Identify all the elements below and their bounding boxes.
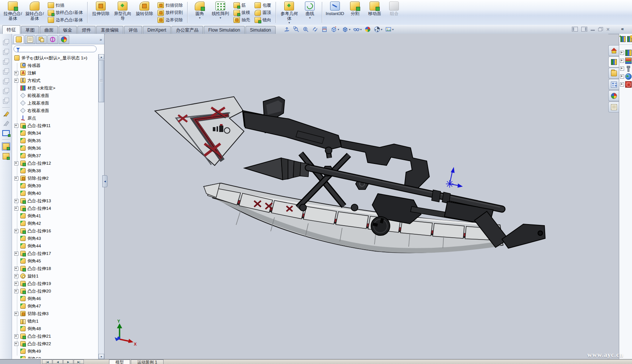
expand-toggle[interactable]	[14, 229, 18, 233]
expand-toggle[interactable]	[14, 252, 18, 256]
tree-item[interactable]: 前视基准面	[13, 92, 98, 99]
tree-item[interactable]: 倒角40	[13, 190, 98, 197]
dropdown-caret[interactable]: ▾	[381, 28, 382, 31]
display-style-icon[interactable]: ▾	[341, 26, 351, 33]
revolved-cut-button[interactable]: 旋转切除	[133, 1, 155, 24]
combine-button[interactable]: 组合	[384, 1, 404, 24]
expand-toggle[interactable]	[14, 124, 18, 128]
view-cube-icon[interactable]	[3, 78, 9, 85]
move-face-button[interactable]: 移动面	[365, 1, 384, 24]
view-cube-icon[interactable]	[3, 49, 9, 55]
view-cube-icon[interactable]	[3, 98, 9, 104]
dome-button[interactable]: 圆顶	[253, 9, 273, 16]
expand-toggle[interactable]	[14, 342, 18, 346]
motion-nav-button[interactable]: |◀	[42, 359, 52, 364]
tree-item[interactable]: 倒角50	[13, 355, 98, 358]
bottom-tab[interactable]: 模型	[109, 359, 130, 364]
library-tree-item[interactable]	[620, 49, 632, 57]
tree-item[interactable]: 倒角42	[13, 220, 98, 227]
graphics-viewport[interactable]: Y X	[105, 34, 608, 359]
command-tab[interactable]: 办公室产品	[171, 26, 203, 34]
instant3d-handles-icon[interactable]	[2, 130, 10, 136]
restore-button[interactable]	[598, 27, 603, 31]
tree-item[interactable]: 凸台-拉伸13	[13, 197, 98, 205]
command-tab[interactable]: 曲面	[40, 26, 58, 34]
expand-toggle[interactable]	[14, 206, 18, 211]
tree-item[interactable]: 倒角39	[13, 182, 98, 190]
scroll-up-arrow[interactable]: ▲	[99, 54, 104, 59]
tree-item[interactable]: 倒角47	[13, 302, 98, 310]
featuremanager-design-tree-tab[interactable]	[14, 35, 24, 44]
tree-item[interactable]: 倒角45	[13, 257, 98, 265]
zoom-in-out-icon[interactable]	[302, 26, 310, 33]
view-cube-icon[interactable]	[3, 68, 9, 75]
zoom-to-area-icon[interactable]	[292, 26, 300, 33]
file-explorer-tab[interactable]	[608, 68, 619, 79]
command-tab[interactable]: Simulation	[246, 26, 276, 34]
motion-nav-button[interactable]: ◀	[53, 359, 63, 364]
expand-toggle[interactable]	[14, 289, 18, 293]
tree-item[interactable]: 倒角48	[13, 325, 98, 332]
panel-overflow-button[interactable]: »	[100, 37, 103, 42]
tree-scrollbar[interactable]: ▲ ▼	[98, 54, 104, 359]
design-library-tab[interactable]	[608, 56, 619, 67]
scrollbar-thumb[interactable]	[99, 60, 104, 102]
lofted-cut-button[interactable]: 放样切割	[156, 9, 184, 16]
edit-appearance-icon[interactable]	[364, 26, 372, 33]
displaymanager-tab[interactable]	[59, 35, 69, 44]
tree-item[interactable]: 注解	[13, 69, 98, 77]
dropdown-caret[interactable]: ▾	[392, 28, 394, 31]
expand-toggle[interactable]	[14, 176, 18, 180]
tree-item[interactable]: 凸台-拉伸22	[13, 340, 98, 347]
command-tab[interactable]: 直接编辑	[96, 26, 123, 34]
dropdown-caret[interactable]: ▾	[360, 28, 362, 31]
command-tab[interactable]: 特征	[2, 25, 20, 34]
tree-item[interactable]: 凸台-拉伸18	[13, 265, 98, 272]
rotate-view-icon[interactable]	[311, 26, 319, 33]
panel-collapse-chevron[interactable]: ◄	[102, 175, 108, 187]
tree-item[interactable]: 传感器	[13, 62, 98, 69]
curves-dropdown-caret[interactable]: ▾	[309, 17, 311, 19]
boss-extrude-tool-icon[interactable]	[3, 143, 9, 150]
close-button[interactable]: ×	[606, 27, 609, 32]
tree-item[interactable]: 凸台-拉伸12	[13, 159, 98, 167]
rib-button[interactable]: 筋	[232, 2, 252, 9]
tree-item[interactable]: 凸台-拉伸20	[13, 287, 98, 295]
expand-toggle[interactable]	[620, 74, 624, 79]
dimxpertmanager-tab[interactable]	[47, 35, 58, 44]
tree-item[interactable]: 倒角35	[13, 137, 98, 144]
solidworks-resources-tab[interactable]	[608, 45, 619, 56]
tree-filter-input[interactable]	[14, 46, 97, 52]
expand-toggle[interactable]	[14, 71, 18, 75]
view-palette-tab[interactable]	[608, 79, 619, 90]
tree-item[interactable]: 旋转1	[13, 272, 98, 280]
linear-pattern-button[interactable]: 线性阵列 ▾	[209, 1, 231, 24]
curves-button[interactable]: 曲线 ▾	[300, 1, 320, 24]
library-tree-item[interactable]	[620, 65, 632, 73]
collapse-pane-right-button[interactable]	[581, 27, 587, 32]
command-tab[interactable]: 评估	[124, 26, 142, 34]
configurationmanager-tab[interactable]	[36, 35, 47, 44]
library-tree-item[interactable]	[620, 80, 632, 88]
draft-button[interactable]: 拔模	[232, 9, 252, 16]
collapse-pane-left-button[interactable]	[572, 27, 578, 32]
command-tab[interactable]: 草图	[21, 26, 39, 34]
swept-cut-button[interactable]: 扫描切除	[156, 2, 184, 9]
tree-item[interactable]: 倒角43	[13, 235, 98, 242]
extruded-boss-button[interactable]: 拉伸凸台/基体	[2, 1, 24, 24]
reference-geometry-dropdown-caret[interactable]: ▾	[288, 21, 290, 24]
command-tab[interactable]: DimXpert	[143, 26, 171, 34]
tree-item[interactable]: 凸台-拉伸11	[13, 122, 98, 129]
3d-sketch-icon[interactable]	[3, 121, 9, 127]
tree-item[interactable]: 倒角34	[13, 129, 98, 137]
dropdown-caret[interactable]: ▾	[349, 28, 350, 31]
tree-item[interactable]: 倒角38	[13, 167, 98, 174]
expand-toggle[interactable]	[620, 59, 624, 63]
tree-item[interactable]: 凸台-拉伸21	[13, 332, 98, 340]
view-orientation-icon[interactable]: ▾	[330, 26, 340, 33]
wrap-button[interactable]: 包覆	[253, 2, 273, 9]
expand-toggle[interactable]	[14, 267, 18, 271]
expand-toggle[interactable]	[14, 199, 18, 203]
command-tab[interactable]: 钣金	[59, 26, 77, 34]
shell-button[interactable]: 抽壳	[232, 17, 252, 23]
